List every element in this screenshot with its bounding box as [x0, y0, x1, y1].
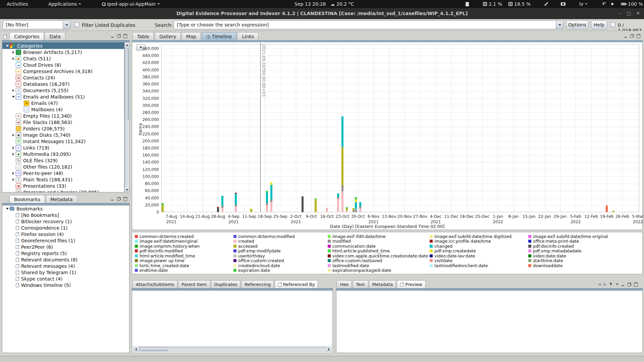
category-row[interactable]: Compressed Archives (4,318) [2, 68, 124, 74]
clock-menu[interactable]: Sep 13 20:28 [294, 1, 326, 7]
tree-expander[interactable] [11, 153, 16, 156]
detach-icon[interactable] [117, 197, 121, 201]
bookmark-row[interactable]: Peer2Peer (6) [2, 244, 129, 250]
options-button[interactable]: Options [566, 20, 588, 29]
maximize-icon[interactable] [123, 34, 127, 38]
category-row[interactable]: File Slacks (188,563) [2, 119, 124, 125]
category-row[interactable]: Programs and Libraries (78,995) [2, 189, 124, 192]
chevron-down-icon[interactable] [616, 284, 619, 285]
search-input[interactable]: [Type or choose the search expression] [174, 20, 564, 29]
detach-icon[interactable] [628, 283, 631, 286]
bookmark-row[interactable]: Firefox session (4) [2, 231, 129, 237]
category-row[interactable]: Peer-to-peer (48) [2, 170, 124, 176]
scroll-up-button[interactable] [125, 43, 129, 47]
tree-expander[interactable] [11, 146, 16, 149]
category-row[interactable]: Chats (511) [2, 55, 124, 62]
bookmark-row[interactable]: [No Bookmarks] [2, 212, 129, 218]
window-title-bar[interactable]: Digital Evidence Processor and Indexer 4… [0, 8, 644, 19]
scrollbar-thumb[interactable] [125, 48, 129, 120]
tab-hex[interactable]: Hex [337, 280, 352, 288]
minimize-icon[interactable] [111, 34, 114, 38]
tab-parent-item[interactable]: Parent Item [178, 280, 210, 288]
category-row[interactable]: Emails (47) [2, 100, 124, 106]
keyboard-layout-menu[interactable]: lv [579, 1, 588, 7]
weather-indicator[interactable]: ☁ 20.2 °C [330, 1, 354, 7]
bookmark-row[interactable]: Correspondence (1) [2, 225, 129, 231]
category-row[interactable]: Documents (5,155) [2, 87, 124, 94]
categories-scrollbar[interactable] [124, 42, 129, 192]
tab-attachs-subitems[interactable]: Attachs/Subitems [132, 280, 177, 288]
tab-data[interactable]: Data [45, 32, 65, 40]
category-row[interactable]: Browser Artifacts (5,217) [2, 49, 124, 55]
tree-expander[interactable] [11, 96, 16, 98]
tab-metadata[interactable]: Metadata [369, 280, 396, 288]
scroll-down-button[interactable] [125, 187, 129, 192]
maximize-icon[interactable] [637, 34, 640, 38]
tab-links[interactable]: Links [237, 32, 259, 40]
scrollbar-thumb[interactable] [139, 347, 168, 351]
horizontal-scrollbar[interactable] [133, 347, 331, 352]
category-row[interactable]: Folders (206,575) [2, 125, 124, 132]
tab-table[interactable]: Table [132, 32, 154, 40]
category-row[interactable]: Categories [2, 43, 124, 49]
category-row[interactable]: Emails and Mailboxes (51) [2, 94, 124, 100]
tab-text[interactable]: Text [353, 280, 368, 288]
filter-duplicates-checkbox[interactable] [74, 22, 79, 27]
tab-map[interactable]: Map [181, 32, 201, 40]
tab-referencing[interactable]: Referencing [241, 280, 274, 288]
wifi-indicator[interactable] [601, 2, 606, 6]
category-row[interactable]: Databases (16,297) [2, 81, 124, 87]
applications-menu[interactable]: Applications [48, 1, 82, 7]
activities-button[interactable]: Activities [7, 1, 28, 7]
cpu-indicator[interactable]: 2.1 % [483, 1, 502, 7]
bookmark-row[interactable]: Registry reports (5) [2, 250, 129, 256]
scroll-right-button[interactable] [326, 347, 331, 351]
tab-gallery[interactable]: Gallery [155, 32, 181, 40]
bookmark-row[interactable]: Relevant messages (4) [2, 263, 129, 269]
filter-combobox[interactable]: [No filter] [3, 20, 70, 29]
tree-expander[interactable] [11, 134, 16, 136]
tab-bookmarks[interactable]: Bookmarks [9, 195, 45, 203]
category-row[interactable]: Multimedia (93,095) [2, 151, 124, 157]
window-maximize-button[interactable]: □ [627, 11, 631, 16]
maximize-icon[interactable] [123, 197, 127, 201]
tab-duplicates[interactable]: Duplicates [211, 280, 241, 288]
draw-tool-indicator[interactable] [544, 2, 548, 6]
scroll-left-button[interactable] [133, 347, 138, 351]
bookmark-row[interactable]: Bookmarks [2, 205, 129, 212]
tree-expander[interactable] [11, 172, 16, 175]
tree-expander[interactable] [11, 178, 16, 181]
tree-expander[interactable] [11, 51, 16, 54]
screenshot-indicator[interactable] [561, 2, 566, 6]
battery-menu[interactable]: 100 % [621, 1, 644, 7]
bookmark-row[interactable]: Georeferenced files (1) [2, 237, 129, 244]
category-row[interactable]: Plain Texts (188,431) [2, 176, 124, 183]
tab-timeline[interactable]: ◷Timeline [202, 32, 237, 40]
category-row[interactable]: Image Disks (5,740) [2, 132, 124, 138]
tab-categories[interactable]: Categories [9, 32, 44, 40]
back-arrow-icon[interactable]: ◀ [598, 282, 601, 287]
category-row[interactable]: OLE files (329) [2, 157, 124, 164]
memory-indicator[interactable]: 18.5 % [508, 1, 531, 7]
tree-expander[interactable] [5, 45, 10, 47]
forward-arrow-icon[interactable]: ▶ [603, 282, 606, 287]
dock-handle-icon[interactable] [3, 35, 7, 39]
bookmark-row[interactable]: Shared by Telegram (1) [2, 269, 129, 276]
category-row[interactable]: Empty Files (12,340) [2, 113, 124, 119]
category-row[interactable]: Instant Messages (11,342) [2, 138, 124, 144]
bookmark-row[interactable]: Bitlocker recovery (1) [2, 218, 129, 225]
category-row[interactable]: Cloud Drives (8) [2, 62, 124, 68]
window-minimize-button[interactable]: – [619, 11, 622, 16]
tab-preview[interactable]: Preview [397, 280, 426, 288]
detach-icon[interactable] [630, 34, 634, 38]
tab-referenced-by[interactable]: Referenced By [275, 280, 318, 288]
volume-indicator[interactable] [611, 2, 616, 6]
search-option-checkbox[interactable] [610, 22, 615, 27]
minimize-icon[interactable] [111, 197, 114, 201]
category-row[interactable]: Contacts (24) [2, 74, 124, 81]
bookmark-row[interactable]: Skype contact (4) [2, 276, 129, 282]
tree-expander[interactable] [5, 208, 10, 210]
minimize-icon[interactable] [624, 34, 628, 38]
category-row[interactable]: Presentations (33) [2, 183, 124, 189]
clipboard-indicator[interactable] [466, 2, 469, 6]
